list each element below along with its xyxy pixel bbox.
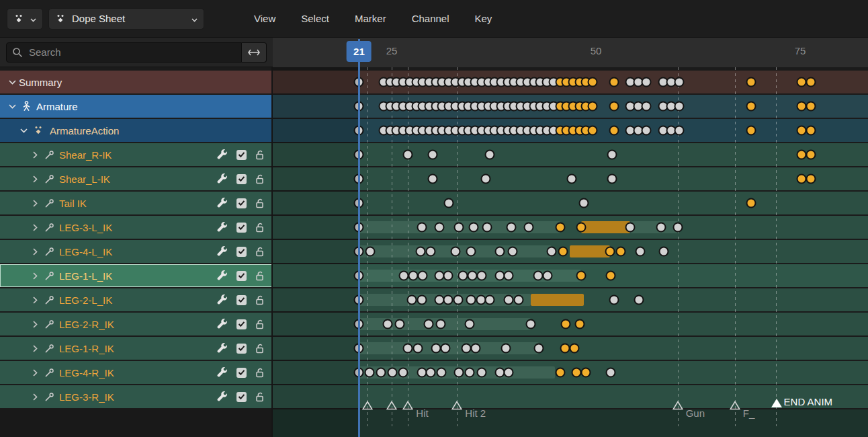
keyframe-selected[interactable] <box>605 271 615 281</box>
menu-channel[interactable]: Channel <box>412 13 449 24</box>
keyframe[interactable] <box>675 102 685 112</box>
chevron-right-icon[interactable] <box>30 296 40 304</box>
keyframe[interactable] <box>503 368 513 378</box>
keyframe-track-leg-1-l-ik[interactable] <box>273 264 868 287</box>
filter-toggle-button[interactable] <box>242 42 267 63</box>
marker-triangle-icon[interactable] <box>451 401 462 410</box>
chevron-down-icon[interactable] <box>7 104 17 109</box>
keyframe-selected[interactable] <box>574 319 584 329</box>
keyframe-track-shear-l-ik[interactable] <box>273 167 868 190</box>
keyframe-track-summary[interactable] <box>273 71 868 93</box>
keyframe[interactable] <box>427 150 437 160</box>
keyframe-selected[interactable] <box>555 223 565 233</box>
keyframe-selected[interactable] <box>806 102 816 112</box>
channel-leg-3-l-ik[interactable]: LEG-3-L_IK <box>0 216 273 239</box>
keyframe[interactable] <box>436 319 446 329</box>
keyframe-selected[interactable] <box>746 102 756 112</box>
keyframe[interactable] <box>625 223 636 233</box>
keyframe-selected[interactable] <box>746 126 756 136</box>
channel-leg-4-r-ik[interactable]: LEG-4-R_IK <box>0 361 273 384</box>
keyframe-selected[interactable] <box>746 77 756 87</box>
channel-leg-1-r-ik[interactable]: LEG-1-R_IK <box>0 337 273 360</box>
keyframe-selected[interactable] <box>560 344 570 354</box>
keyframe[interactable] <box>484 295 494 305</box>
keyframe[interactable] <box>458 271 468 281</box>
channel-enabled-checkbox[interactable] <box>236 150 247 160</box>
keyframe[interactable] <box>675 77 685 87</box>
keyframe[interactable] <box>482 223 492 233</box>
keyframe[interactable] <box>415 247 425 257</box>
keyframe-selected[interactable] <box>581 368 591 378</box>
marker-triangle-icon[interactable] <box>402 401 413 410</box>
unlock-icon[interactable] <box>255 174 264 184</box>
channel-enabled-checkbox[interactable] <box>236 295 247 305</box>
chevron-down-icon[interactable] <box>7 80 17 85</box>
channel-enabled-checkbox[interactable] <box>236 271 247 281</box>
keyframe[interactable] <box>437 368 447 378</box>
keyframe-selected[interactable] <box>571 368 581 378</box>
keyframe[interactable] <box>464 319 474 329</box>
chevron-right-icon[interactable] <box>30 248 40 255</box>
keyframe-selected[interactable] <box>570 344 580 354</box>
keyframe[interactable] <box>365 368 375 378</box>
wrench-icon[interactable] <box>217 198 228 208</box>
keyframe[interactable] <box>609 295 619 305</box>
keyframe-selected[interactable] <box>806 77 816 87</box>
menu-view[interactable]: View <box>254 13 275 24</box>
keyframe-selected[interactable] <box>609 77 619 87</box>
keyframe[interactable] <box>672 223 683 233</box>
keyframe[interactable] <box>444 198 454 208</box>
chevron-right-icon[interactable] <box>30 369 40 376</box>
search-input[interactable] <box>28 46 236 58</box>
menu-select[interactable]: Select <box>301 13 329 24</box>
keyframe[interactable] <box>407 295 417 305</box>
keyframe-selected[interactable] <box>588 102 598 112</box>
channel-armatureaction[interactable]: ArmatureAction <box>0 119 273 142</box>
keyframe-selected[interactable] <box>588 126 598 136</box>
keyframe[interactable] <box>427 174 437 184</box>
keyframe[interactable] <box>376 368 386 378</box>
keyframe-selected[interactable] <box>806 174 816 184</box>
chevron-right-icon[interactable] <box>30 393 40 401</box>
channel-tail-ik[interactable]: Tail IK <box>0 192 273 214</box>
keyframe[interactable] <box>658 247 668 257</box>
keyframe[interactable] <box>403 150 413 160</box>
keyframe-track-leg-4-l-ik[interactable] <box>273 240 868 263</box>
keyframe[interactable] <box>605 368 615 378</box>
keyframe[interactable] <box>607 150 617 160</box>
keyframe[interactable] <box>578 198 589 208</box>
hold-bar[interactable] <box>630 221 678 233</box>
chevron-right-icon[interactable] <box>30 224 40 231</box>
editor-type-dropdown[interactable] <box>7 8 43 30</box>
keyframe[interactable] <box>468 223 478 233</box>
chevron-right-icon[interactable] <box>30 321 40 328</box>
channel-leg-2-r-ik[interactable]: LEG-2-R_IK <box>0 313 273 335</box>
keyframe[interactable] <box>634 295 644 305</box>
keyframe[interactable] <box>484 150 494 160</box>
keyframe[interactable] <box>434 223 444 233</box>
keyframe[interactable] <box>431 344 441 354</box>
unlock-icon[interactable] <box>255 198 264 208</box>
keyframe[interactable] <box>503 271 513 281</box>
channel-shear-l-ik[interactable]: Shear_L-IK <box>0 167 273 190</box>
chevron-down-icon[interactable] <box>18 128 29 133</box>
channel-leg-3-r-ik[interactable]: LEG-3-R_IK <box>0 385 273 408</box>
channel-enabled-checkbox[interactable] <box>236 392 247 402</box>
keyframe[interactable] <box>642 77 652 87</box>
channel-leg-2-l-ik[interactable]: LEG-2-L_IK <box>0 288 273 311</box>
wrench-icon[interactable] <box>217 246 228 257</box>
wrench-icon[interactable] <box>217 270 228 281</box>
selected-hold-bar[interactable] <box>570 245 610 257</box>
keyframe-selected[interactable] <box>609 102 619 112</box>
keyframe[interactable] <box>533 344 544 354</box>
wrench-icon[interactable] <box>217 367 228 378</box>
keyframe-selected[interactable] <box>609 126 619 136</box>
unlock-icon[interactable] <box>255 344 264 354</box>
keyframe[interactable] <box>471 344 481 354</box>
wrench-icon[interactable] <box>217 173 228 184</box>
keyframe-track-leg-1-r-ik[interactable] <box>273 337 868 360</box>
keyframe[interactable] <box>525 319 535 329</box>
wrench-icon[interactable] <box>217 294 228 305</box>
keyframe[interactable] <box>642 126 652 136</box>
keyframe[interactable] <box>466 295 476 305</box>
